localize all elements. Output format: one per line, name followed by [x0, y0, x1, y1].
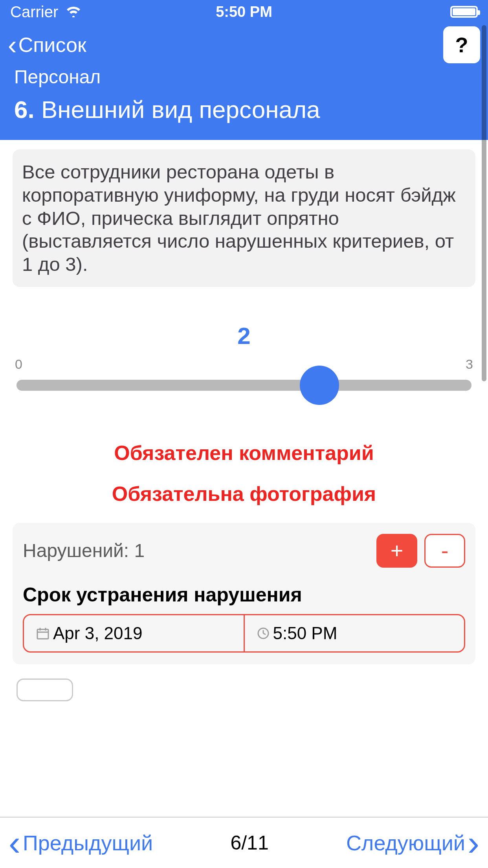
category-label: Персонал [14, 66, 474, 88]
svg-line-6 [263, 633, 266, 634]
next-label: Следующий [346, 831, 465, 855]
svg-rect-0 [37, 629, 48, 639]
warning-photo-required: Обязательна фотография [13, 482, 475, 506]
next-button[interactable]: Следующий › [346, 831, 479, 855]
chevron-left-icon: ‹ [8, 31, 17, 58]
nav-header: ‹ Список ? [0, 24, 488, 66]
slider-min-label: 0 [15, 357, 22, 372]
question-title: 6. Внешний вид персонала [14, 96, 474, 123]
chevron-right-icon: › [468, 832, 479, 853]
partial-next-card [17, 679, 73, 701]
deadline-time-value: 5:50 PM [273, 623, 338, 643]
wifi-icon [65, 3, 82, 21]
violations-card: Нарушений: 1 + - Срок устранения нарушен… [13, 523, 475, 664]
battery-icon [450, 6, 478, 18]
help-button[interactable]: ? [443, 26, 480, 63]
deadline-date-button[interactable]: Apr 3, 2019 [24, 615, 244, 651]
prev-button[interactable]: ‹ Предыдущий [9, 831, 153, 855]
slider-thumb[interactable] [300, 366, 339, 405]
question-number: 6. [14, 96, 35, 123]
deadline-time-button[interactable]: 5:50 PM [245, 615, 464, 651]
prev-label: Предыдущий [23, 831, 153, 855]
violations-count-label: Нарушений: 1 [23, 540, 145, 561]
deadline-row: Apr 3, 2019 5:50 PM [23, 614, 465, 653]
slider-max-label: 3 [466, 357, 473, 372]
deadline-date-value: Apr 3, 2019 [53, 623, 143, 643]
status-bar: Carrier 5:50 PM [0, 0, 488, 24]
question-text: Внешний вид персонала [41, 96, 320, 123]
deadline-label: Срок устранения нарушения [23, 583, 465, 606]
back-label: Список [18, 33, 86, 57]
back-button[interactable]: ‹ Список [8, 31, 86, 58]
add-violation-button[interactable]: + [376, 534, 417, 568]
scroll-indicator [482, 25, 486, 381]
question-description: Все сотрудники ресторана одеты в корпора… [13, 149, 475, 287]
warning-comment-required: Обязателен комментарий [13, 441, 475, 465]
slider-value: 2 [14, 322, 474, 349]
carrier-label: Carrier [10, 3, 58, 21]
page-counter: 6/11 [230, 831, 268, 854]
slider[interactable] [17, 380, 471, 391]
chevron-left-icon: ‹ [9, 832, 20, 853]
footer-nav: ‹ Предыдущий 6/11 Следующий › [0, 818, 488, 868]
remove-violation-button[interactable]: - [424, 534, 465, 568]
calendar-icon [36, 626, 50, 640]
question-header: Персонал 6. Внешний вид персонала [0, 66, 488, 140]
clock-icon [257, 627, 270, 640]
